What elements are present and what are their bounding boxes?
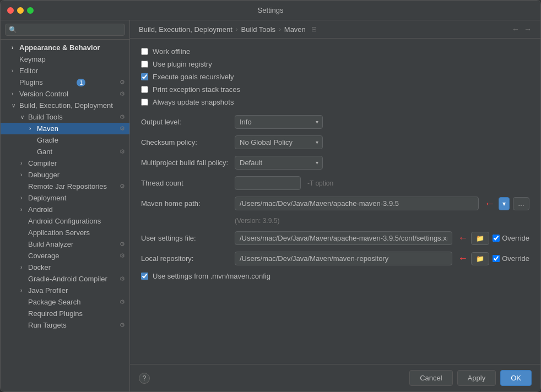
- sidebar-item-compiler[interactable]: › Compiler: [1, 157, 129, 169]
- apply-button[interactable]: Apply: [457, 370, 496, 386]
- checkbox-use-plugin-registry: Use plugin registry: [141, 60, 529, 68]
- user-settings-override-label[interactable]: Override: [502, 234, 529, 242]
- sidebar-item-maven[interactable]: › Maven ⚙: [1, 123, 129, 134]
- checksum-policy-row: Checksum policy: No Global Policy Strict…: [141, 135, 529, 149]
- execute-goals-label[interactable]: Execute goals recursively: [153, 73, 234, 81]
- maven-home-path-browse-button[interactable]: …: [513, 197, 529, 210]
- back-arrow[interactable]: ←: [512, 25, 520, 34]
- gear-icon: ⚙: [120, 298, 125, 306]
- checksum-policy-select-wrapper: No Global Policy Strict Lax: [235, 135, 323, 149]
- chevron-icon: ›: [12, 91, 17, 97]
- breadcrumb: Build, Execution, Deployment › Build Too…: [130, 20, 540, 39]
- footer: ? Cancel Apply OK: [130, 364, 540, 391]
- gear-icon: ⚙: [120, 322, 125, 329]
- sidebar-item-label: Build Tools: [28, 113, 63, 121]
- sidebar-item-run-targets[interactable]: Run Targets ⚙: [1, 319, 129, 331]
- thread-count-input[interactable]: [235, 176, 301, 190]
- sidebar-item-editor[interactable]: › Editor: [1, 65, 129, 77]
- sidebar-item-label: Required Plugins: [28, 309, 83, 318]
- user-settings-file-browse-button[interactable]: 📁: [471, 232, 489, 245]
- sidebar-item-coverage[interactable]: Coverage ⚙: [1, 250, 129, 262]
- local-repository-override-checkbox[interactable]: [493, 255, 500, 262]
- red-arrow-annotation-2: ←: [458, 232, 468, 244]
- cancel-button[interactable]: Cancel: [409, 370, 452, 386]
- red-arrow-annotation: ←: [484, 197, 495, 210]
- user-settings-file-row: User settings file: ← 📁 Override: [141, 231, 529, 245]
- output-level-control: Info Debug Warning Error: [235, 115, 529, 129]
- chevron-icon: ›: [20, 264, 26, 270]
- gear-icon: ⚙: [120, 241, 125, 248]
- gear-icon: ⚙: [120, 275, 125, 282]
- sidebar-item-app-servers[interactable]: Application Servers: [1, 227, 129, 238]
- use-settings-mvn-checkbox[interactable]: [141, 273, 148, 280]
- user-settings-file-input[interactable]: [235, 231, 452, 245]
- sidebar-item-label: Version Control: [19, 90, 68, 98]
- sidebar-item-appearance[interactable]: › Appearance & Behavior: [1, 42, 129, 53]
- work-offline-checkbox[interactable]: [141, 48, 148, 55]
- always-update-checkbox[interactable]: [141, 99, 148, 106]
- sidebar-tree: › Appearance & Behavior Keymap › Editor …: [1, 40, 129, 391]
- sidebar-item-required-plugins[interactable]: Required Plugins: [1, 308, 129, 319]
- maven-home-path-dropdown-button[interactable]: ▾: [499, 197, 510, 210]
- sidebar-item-label: Maven: [37, 124, 58, 133]
- chevron-icon: ›: [20, 172, 26, 178]
- gear-icon: ⚙: [120, 90, 125, 97]
- sidebar-item-build-exec-deploy[interactable]: ∨ Build, Execution, Deployment: [1, 100, 129, 111]
- gear-icon: ⚙: [120, 125, 125, 132]
- ok-button[interactable]: OK: [500, 370, 532, 386]
- sidebar-item-gradle[interactable]: Gradle: [1, 134, 129, 146]
- sidebar-item-deployment[interactable]: › Deployment: [1, 192, 129, 204]
- sidebar-item-keymap[interactable]: Keymap: [1, 53, 129, 65]
- breadcrumb-item-3: Maven: [284, 25, 306, 34]
- sidebar-item-docker[interactable]: › Docker: [1, 262, 129, 273]
- print-exception-label[interactable]: Print exception stack traces: [153, 85, 240, 94]
- sidebar-item-java-profiler[interactable]: › Java Profiler: [1, 285, 129, 296]
- chevron-icon: ›: [12, 68, 17, 74]
- maven-home-path-input[interactable]: [235, 197, 479, 210]
- always-update-label[interactable]: Always update snapshots: [153, 98, 234, 106]
- use-plugin-registry-checkbox[interactable]: [141, 61, 148, 68]
- checksum-policy-select[interactable]: No Global Policy Strict Lax: [235, 135, 323, 149]
- sidebar-item-label: Remote Jar Repositories: [28, 182, 107, 190]
- local-repository-row: Local repository: ← 📁 Override: [141, 252, 529, 265]
- breadcrumb-item-2: Build Tools: [241, 25, 275, 34]
- execute-goals-checkbox[interactable]: [141, 73, 148, 80]
- plugins-badge: 1: [77, 79, 85, 86]
- local-repository-input[interactable]: [235, 252, 452, 265]
- breadcrumb-sep-1: ›: [236, 26, 238, 32]
- sidebar-item-android[interactable]: › Android: [1, 204, 129, 215]
- sidebar-item-build-analyzer[interactable]: Build Analyzer ⚙: [1, 238, 129, 250]
- sidebar-item-gradle-android[interactable]: Gradle-Android Compiler ⚙: [1, 273, 129, 285]
- chevron-icon: ›: [20, 160, 26, 166]
- print-exception-checkbox[interactable]: [141, 86, 148, 93]
- output-level-select[interactable]: Info Debug Warning Error: [235, 115, 323, 129]
- user-settings-override-checkbox[interactable]: [493, 235, 500, 242]
- local-repository-browse-button[interactable]: 📁: [471, 252, 489, 265]
- gear-icon: ⚙: [120, 183, 125, 190]
- red-arrow-annotation-3: ←: [458, 253, 468, 264]
- breadcrumb-icon: ⊟: [311, 25, 317, 33]
- minimize-button[interactable]: [17, 7, 24, 14]
- sidebar-item-debugger[interactable]: › Debugger: [1, 169, 129, 181]
- sidebar-item-label: Gradle-Android Compiler: [28, 275, 107, 283]
- sidebar-item-label: Docker: [28, 263, 51, 271]
- sidebar-item-gant[interactable]: Gant ⚙: [1, 146, 129, 157]
- user-settings-file-control: ← 📁 Override: [235, 231, 529, 245]
- local-repository-override-label[interactable]: Override: [502, 254, 529, 263]
- sidebar-item-package-search[interactable]: Package Search ⚙: [1, 296, 129, 308]
- sidebar-item-build-tools[interactable]: ∨ Build Tools ⚙: [1, 111, 129, 123]
- multiproject-fail-policy-select[interactable]: Default Fail at End Never Fail: [235, 156, 323, 170]
- sidebar-item-plugins[interactable]: Plugins 1 ⚙: [1, 77, 129, 88]
- use-settings-mvn-label[interactable]: Use settings from .mvn/maven.config: [153, 272, 270, 280]
- forward-arrow[interactable]: →: [524, 25, 532, 34]
- work-offline-label[interactable]: Work offline: [153, 47, 190, 56]
- close-button[interactable]: [7, 7, 14, 14]
- search-input[interactable]: [5, 24, 125, 36]
- sidebar-item-version-control[interactable]: › Version Control ⚙: [1, 88, 129, 100]
- help-button[interactable]: ?: [139, 373, 150, 384]
- use-plugin-registry-label[interactable]: Use plugin registry: [153, 60, 212, 68]
- sidebar-item-remote-jar[interactable]: Remote Jar Repositories ⚙: [1, 181, 129, 192]
- sidebar-item-android-config[interactable]: Android Configurations: [1, 215, 129, 227]
- maximize-button[interactable]: [27, 7, 34, 14]
- thread-count-row: Thread count -T option: [141, 176, 529, 190]
